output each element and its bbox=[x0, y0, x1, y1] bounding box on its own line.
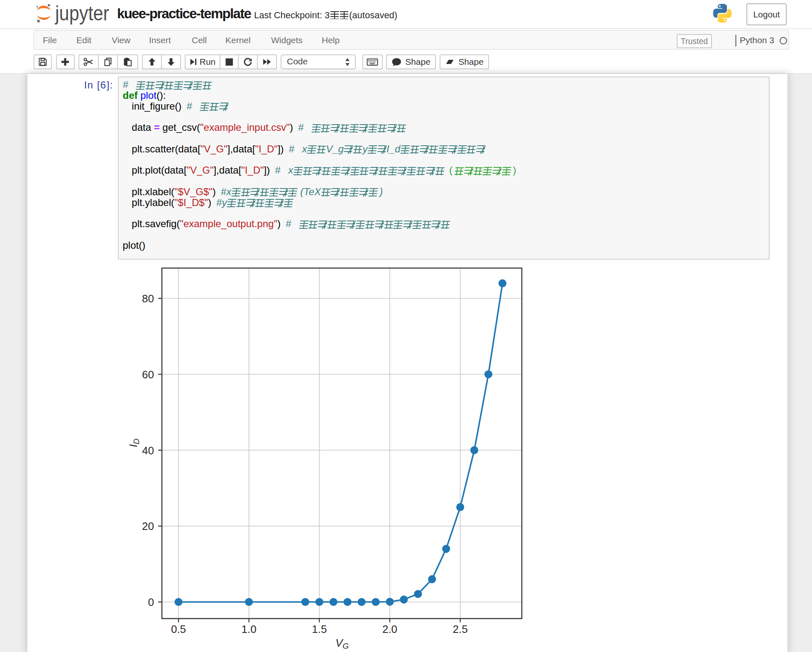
svg-text:1.5: 1.5 bbox=[312, 623, 327, 635]
svg-text:20: 20 bbox=[142, 520, 154, 532]
svg-text:0: 0 bbox=[148, 596, 154, 608]
svg-text:ID: ID bbox=[127, 439, 141, 447]
svg-text:40: 40 bbox=[142, 444, 154, 457]
svg-text:60: 60 bbox=[142, 368, 154, 381]
svg-text:80: 80 bbox=[142, 292, 154, 305]
svg-text:VG: VG bbox=[335, 637, 349, 650]
svg-text:jupyter: jupyter bbox=[54, 2, 109, 25]
svg-text:1.0: 1.0 bbox=[242, 623, 257, 635]
svg-text:2.0: 2.0 bbox=[382, 623, 397, 635]
svg-text:2.5: 2.5 bbox=[453, 623, 468, 635]
svg-text:0.5: 0.5 bbox=[171, 623, 186, 635]
